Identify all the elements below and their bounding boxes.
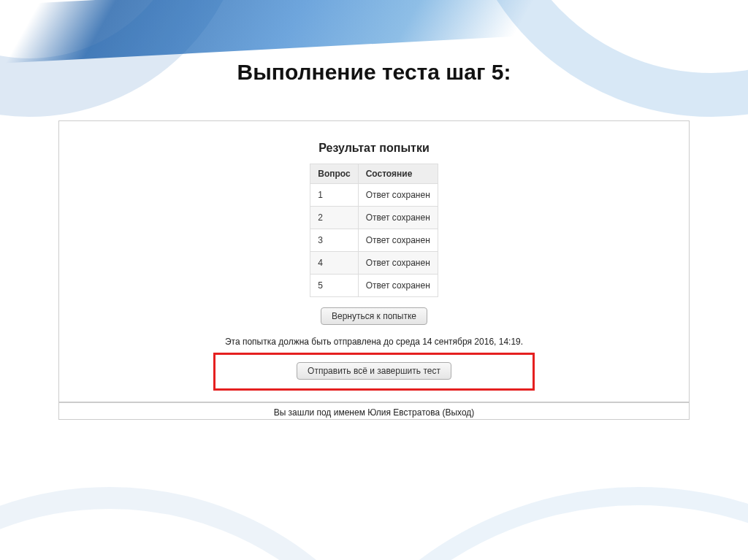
table-row: 1 Ответ сохранен	[310, 184, 438, 207]
deadline-text: Эта попытка должна быть отправлена до ср…	[59, 337, 689, 347]
table-row: 4 Ответ сохранен	[310, 252, 438, 275]
question-state: Ответ сохранен	[358, 207, 438, 229]
question-number: 2	[310, 207, 358, 229]
question-number: 4	[310, 252, 358, 275]
screenshot-panel: Результат попытки Вопрос Состояние 1 Отв…	[58, 120, 690, 420]
question-number: 5	[310, 275, 358, 297]
question-state: Ответ сохранен	[358, 275, 438, 297]
slide-title: Выполнение теста шаг 5:	[0, 60, 748, 85]
col-state: Состояние	[358, 164, 438, 184]
submit-all-button[interactable]: Отправить всё и завершить тест	[297, 362, 451, 380]
table-row: 5 Ответ сохранен	[310, 275, 438, 297]
table-row: 3 Ответ сохранен	[310, 229, 438, 252]
table-row: 2 Ответ сохранен	[310, 207, 438, 229]
divider	[59, 402, 689, 403]
question-state: Ответ сохранен	[358, 184, 438, 207]
col-question: Вопрос	[310, 164, 358, 184]
logged-in-as-text: Вы зашли под именем Юлия Евстратова (Вых…	[59, 407, 689, 418]
return-to-attempt-button[interactable]: Вернуться к попытке	[321, 307, 427, 325]
attempt-summary-table: Вопрос Состояние 1 Ответ сохранен 2 Отве…	[310, 164, 438, 297]
submit-highlight-box: Отправить всё и завершить тест	[213, 353, 535, 391]
attempt-result-heading: Результат попытки	[59, 142, 689, 155]
question-number: 3	[310, 229, 358, 252]
question-state: Ответ сохранен	[358, 252, 438, 275]
question-state: Ответ сохранен	[358, 229, 438, 252]
question-number: 1	[310, 184, 358, 207]
